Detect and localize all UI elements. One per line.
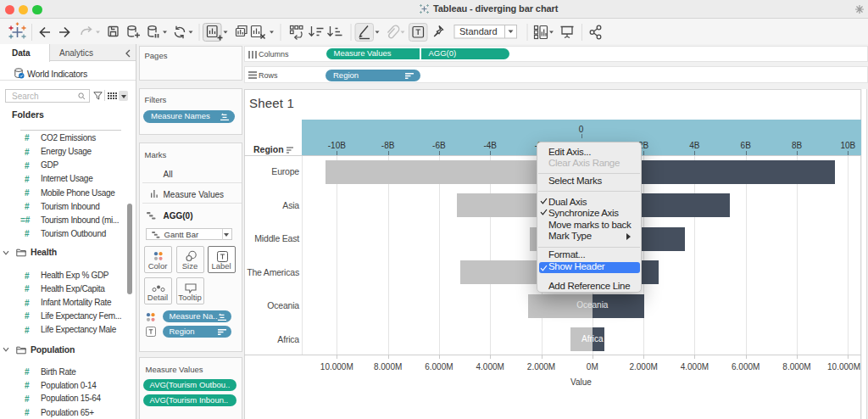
- svg-text:Standard: Standard: [459, 26, 498, 36]
